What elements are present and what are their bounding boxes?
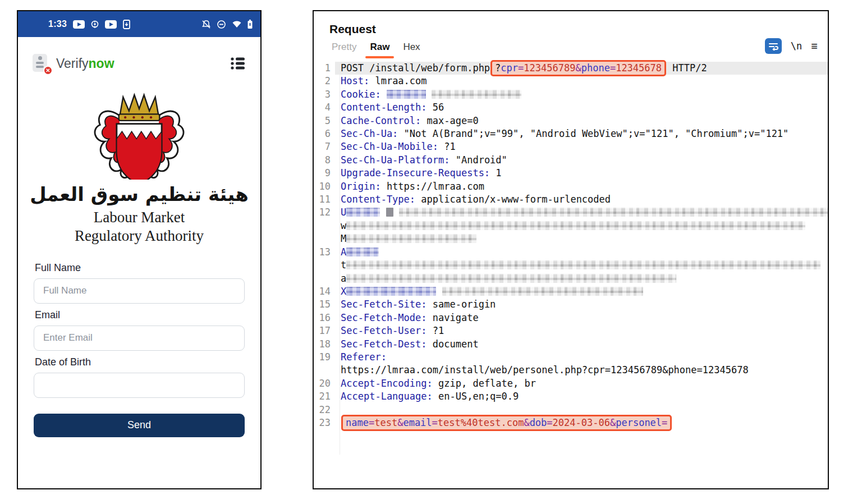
line-content: Content-Type: application/x-www-form-url… [335,193,828,206]
redacted-text [346,234,476,243]
line-number: 8 [314,154,335,167]
send-button[interactable]: Send [34,414,245,437]
line-number: 17 [314,324,335,337]
battery-icon [247,20,253,29]
code-line: 7Sec-Ch-Ua-Mobile: ?1 [314,140,828,153]
code-line: 9Upgrade-Insecure-Requests: 1 [314,167,828,180]
line-number: 3 [314,88,335,101]
tab-pretty[interactable]: Pretty [325,39,363,58]
line-number: 21 [314,390,335,403]
brand-verify: Verify [56,56,89,71]
code-line: 4Content-Length: 56 [314,101,828,114]
line-number: 2 [314,75,335,88]
code-line: https://lmraa.com/install/web/personel.p… [314,364,828,377]
crown [119,95,160,121]
code-line: 23name=test&email=test%40test.com&dob=20… [314,416,828,429]
tab-hex[interactable]: Hex [396,39,427,58]
code-line: 19Referer: [314,351,828,364]
code-line: 2Host: lmraa.com [314,75,828,88]
line-content: Sec-Fetch-Site: same-origin [335,298,828,311]
brand-now: now [89,56,114,71]
lmra-logo: هيئة تنظيم سوق العمل Labour Market Regul… [18,83,260,245]
request-raw-content[interactable]: 1POST /install/web/form.php?cpr=12345678… [314,62,828,429]
line-number: 12 [314,206,335,219]
code-line: t [314,259,828,272]
line-number: 14 [314,285,335,298]
redacted-text [346,287,436,296]
email-input[interactable] [34,326,245,351]
error-badge-icon: ✕ [43,66,53,75]
show-newlines-toggle[interactable]: \n [791,40,802,52]
redacted-text [432,90,521,99]
line-content: Cache-Control: max-age=0 [335,114,828,127]
code-line: a [314,272,828,285]
line-content: Sec-Ch-Ua: "Not A(Brand";v="99", "Androi… [335,127,828,140]
emblem-notification-icon [91,20,99,29]
line-content: Accept-Encoding: gzip, deflate, br [335,377,828,390]
email-label: Email [35,309,245,321]
dob-input[interactable] [34,373,245,398]
line-content: Sec-Fetch-Dest: document [335,338,828,351]
wifi-icon [232,20,242,29]
line-content: name=test&email=test%40test.com&dob=2024… [335,416,828,429]
code-line: w [314,219,828,232]
shield [117,124,162,180]
status-time: 1:33 [48,19,67,29]
line-number: 7 [314,140,335,153]
lmra-english-line2: Regulatory Authority [18,227,260,245]
line-number: 9 [314,167,335,180]
line-number: 4 [314,101,335,114]
brand-title: Verifynow [56,56,114,71]
editor-menu-icon[interactable]: ≡ [811,40,818,52]
code-line: 10Origin: https://lmraa.com [314,180,828,193]
lmra-english-line1: Labour Market [18,208,260,227]
code-line: 14X [314,285,828,298]
youtube-notification-icon [73,20,85,29]
verification-form: Full Name Email Date of Birth Send [18,245,260,437]
line-number [314,219,335,232]
line-number [314,232,335,245]
redacted-text [399,208,828,217]
request-tabbar: Pretty Raw Hex \n ≡ [314,36,828,58]
line-content: Sec-Ch-Ua-Platform: "Android" [335,154,828,167]
line-content: Sec-Fetch-Mode: navigate [335,311,828,324]
full-name-input[interactable] [34,278,245,304]
code-line: M [314,232,828,245]
youtube-notification-icon [105,20,117,29]
code-line: 8Sec-Ch-Ua-Platform: "Android" [314,154,828,167]
line-content: Referer: [335,351,828,364]
code-line: 5Cache-Control: max-age=0 [314,114,828,127]
line-content: t [335,259,828,272]
word-wrap-toggle-icon[interactable] [765,38,782,54]
line-number: 23 [314,416,335,429]
line-number [314,259,335,272]
redacted-text [346,274,676,283]
line-content: Host: lmraa.com [335,75,828,88]
line-content: X [335,285,828,298]
line-content: A [335,246,828,259]
redacted-text [386,208,393,217]
list-menu-icon[interactable] [230,56,246,71]
line-number: 18 [314,338,335,351]
code-line: 3Cookie: [314,88,828,101]
screen-share-notification-icon [123,20,130,29]
code-line: 11Content-Type: application/x-www-form-u… [314,193,828,206]
code-line: 15Sec-Fetch-Site: same-origin [314,298,828,311]
code-line: 1POST /install/web/form.php?cpr=12345678… [314,62,828,75]
android-status-bar: 1:33 [18,11,260,37]
code-line: 6Sec-Ch-Ua: "Not A(Brand";v="99", "Andro… [314,127,828,140]
line-number [314,272,335,285]
code-line: 12U [314,206,828,219]
code-line: 21Accept-Language: en-US,en;q=0.9 [314,390,828,403]
tab-raw[interactable]: Raw [363,39,396,58]
line-content: Sec-Ch-Ua-Mobile: ?1 [335,140,828,153]
app-header: ✕ Verifynow [18,37,260,77]
do-not-disturb-icon [217,20,226,29]
redacted-text [346,208,380,217]
redacted-text [346,248,379,256]
highlight-box: ?cpr=123456789&phone=12345678 [490,60,666,76]
line-content: U [335,206,828,219]
line-content: M [335,232,828,245]
line-number: 19 [314,351,335,364]
line-content: Cookie: [335,88,828,101]
